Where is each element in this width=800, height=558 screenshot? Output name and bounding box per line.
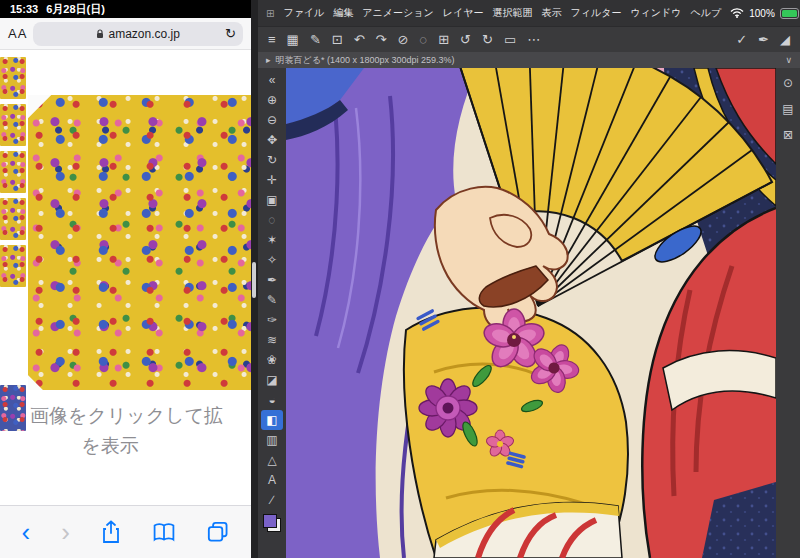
system-status-icons: 100% bbox=[730, 8, 800, 19]
tool-gradient-icon[interactable]: ▥ bbox=[261, 430, 283, 450]
tool-hand-icon[interactable]: ✥ bbox=[261, 130, 283, 150]
menu-help[interactable]: ヘルプ bbox=[691, 6, 722, 20]
command-bar: ≡ ▦ ✎ ⊡ ↶ ↷ ⊘ ◌ ⊞ ↺ ↻ ▭ ⋯ ✓ ✒ ◢ bbox=[258, 26, 800, 52]
safari-bottom-toolbar: ‹ › bbox=[0, 505, 251, 558]
document-tab-bar: ▸ 明装百どる* (1400 x 1800px 300dpi 259.3%) ∨ bbox=[258, 52, 800, 68]
main-color-swatch bbox=[263, 514, 277, 528]
product-thumbnail-6[interactable] bbox=[0, 385, 26, 431]
reload-button[interactable]: ↻ bbox=[225, 26, 236, 41]
menu-layer[interactable]: レイヤー bbox=[443, 6, 484, 20]
toolbar-file-icon[interactable]: ⊡ bbox=[332, 32, 343, 47]
tool-move-icon[interactable]: ✛ bbox=[261, 170, 283, 190]
status-time: 15:33 bbox=[10, 3, 38, 15]
app-grid-icon[interactable]: ⊞ bbox=[266, 8, 274, 19]
wifi-icon bbox=[730, 8, 744, 18]
product-image[interactable] bbox=[28, 95, 251, 390]
tool-figure-icon[interactable]: △ bbox=[261, 450, 283, 470]
menu-file[interactable]: ファイル bbox=[283, 6, 324, 20]
toolbar-deselect-icon[interactable]: ◌ bbox=[419, 32, 427, 47]
menu-edit[interactable]: 編集 bbox=[333, 6, 353, 20]
zoom-hint-line2: を表示 bbox=[30, 433, 190, 459]
tool-text-icon[interactable]: A bbox=[261, 470, 283, 490]
status-date: 6月28日(日) bbox=[46, 2, 105, 17]
tool-fill-icon[interactable]: ◧ bbox=[261, 410, 283, 430]
canvas[interactable] bbox=[286, 68, 776, 558]
zoom-hint-line1: 画像をクリックして拡 bbox=[30, 403, 251, 429]
ipad-screen: 15:33 6月28日(日) AA amazon.co.jp ↻ 画像をク bbox=[0, 0, 800, 558]
tool-zoom-out-icon[interactable]: ⊖ bbox=[261, 110, 283, 130]
toolbar-edit-icon[interactable]: ✎ bbox=[310, 32, 321, 47]
quick-search-icon[interactable]: ⊙ bbox=[783, 76, 793, 90]
tool-eyedropper-icon[interactable]: ✧ bbox=[261, 250, 283, 270]
menu-window[interactable]: ウィンドウ bbox=[630, 6, 681, 20]
product-thumbnail-3[interactable] bbox=[0, 151, 26, 193]
tool-auto-select-icon[interactable]: ✶ bbox=[261, 230, 283, 250]
product-page: 画像をクリックして拡 を表示 bbox=[0, 50, 251, 505]
battery-percent: 100% bbox=[749, 8, 775, 19]
tool-ruler-icon[interactable]: ∕ bbox=[261, 490, 283, 510]
tool-operation-icon[interactable]: ▣ bbox=[261, 190, 283, 210]
toolbar-rotate-left-icon[interactable]: ↺ bbox=[460, 32, 471, 47]
document-tab[interactable]: 明装百どる* (1400 x 1800px 300dpi 259.3%) bbox=[276, 54, 455, 67]
product-thumbnail-2[interactable] bbox=[0, 104, 26, 146]
tool-decoration-icon[interactable]: ❀ bbox=[261, 350, 283, 370]
safari-toolbar: AA amazon.co.jp ↻ bbox=[0, 18, 251, 50]
menu-selection[interactable]: 選択範囲 bbox=[492, 6, 532, 20]
address-text: amazon.co.jp bbox=[108, 27, 179, 41]
toolbar-pen-icon[interactable]: ✒ bbox=[758, 32, 769, 47]
clip-studio-pane: ⊞ ファイル 編集 アニメーション レイヤー 選択範囲 表示 フィルター ウィン… bbox=[258, 0, 800, 558]
tool-blend-icon[interactable]: ◒ bbox=[261, 390, 283, 410]
tabs-button[interactable] bbox=[207, 521, 229, 543]
menu-bar: ⊞ ファイル 編集 アニメーション レイヤー 選択範囲 表示 フィルター ウィン… bbox=[258, 0, 800, 26]
toolbar-selection-icon[interactable]: ▭ bbox=[504, 32, 516, 47]
reference-panel-icon[interactable]: ▤ bbox=[782, 102, 793, 116]
product-thumbnail-4[interactable] bbox=[0, 198, 26, 240]
tool-airbrush-icon[interactable]: ≋ bbox=[261, 330, 283, 350]
command-bar-right: ✓ ✒ ◢ bbox=[736, 32, 790, 47]
product-thumbnail-5[interactable] bbox=[0, 245, 26, 287]
toolbar-materials-icon[interactable]: ◢ bbox=[780, 32, 790, 47]
workspace: « ⊕ ⊖ ✥ ↻ ✛ ▣ ◌ ✶ ✧ ✒ ✎ ✑ ≋ ❀ ◪ ◒ ◧ ▥ △ bbox=[258, 68, 800, 558]
forward-button[interactable]: › bbox=[61, 519, 70, 545]
tool-zoom-in-icon[interactable]: ⊕ bbox=[261, 90, 283, 110]
tab-collapse-icon[interactable]: ∨ bbox=[785, 55, 792, 65]
canvas-artwork bbox=[286, 68, 776, 558]
reader-options-button[interactable]: AA bbox=[8, 26, 27, 41]
back-button[interactable]: ‹ bbox=[22, 519, 31, 545]
lock-icon bbox=[96, 29, 104, 39]
toolbar-rotate-right-icon[interactable]: ↻ bbox=[482, 32, 493, 47]
toolbar-workspace-icon[interactable]: ▦ bbox=[287, 32, 299, 47]
tab-prefix-icon: ▸ bbox=[266, 55, 271, 65]
tool-collapse-icon[interactable]: « bbox=[261, 70, 283, 90]
toolbar-clear-icon[interactable]: ⊘ bbox=[398, 32, 409, 47]
right-panel-bar: ⊙ ▤ ⊠ bbox=[776, 68, 800, 558]
tool-selection-icon[interactable]: ◌ bbox=[261, 210, 283, 230]
toolbar-menu-icon[interactable]: ≡ bbox=[268, 32, 276, 47]
subtool-panel-icon[interactable]: ⊠ bbox=[783, 128, 793, 142]
product-thumbnail-1[interactable] bbox=[0, 57, 26, 99]
bookmarks-icon[interactable] bbox=[152, 522, 176, 542]
toolbar-undo-icon[interactable]: ↶ bbox=[354, 32, 365, 47]
tool-eraser-icon[interactable]: ◪ bbox=[261, 370, 283, 390]
address-bar[interactable]: amazon.co.jp ↻ bbox=[33, 22, 243, 46]
color-swatch[interactable] bbox=[263, 514, 281, 532]
toolbar-grid-icon[interactable]: ⊞ bbox=[438, 32, 449, 47]
tool-brush-icon[interactable]: ✑ bbox=[261, 310, 283, 330]
battery-icon bbox=[780, 8, 800, 19]
toolbar-snap-icon[interactable]: ✓ bbox=[736, 32, 747, 47]
toolbar-more-icon[interactable]: ⋯ bbox=[527, 32, 540, 47]
tool-rotate-icon[interactable]: ↻ bbox=[261, 150, 283, 170]
tool-pen-icon[interactable]: ✒ bbox=[261, 270, 283, 290]
share-button[interactable] bbox=[101, 520, 121, 544]
safari-pane: AA amazon.co.jp ↻ 画像をクリックして拡 を表示 ‹ bbox=[0, 18, 251, 558]
tool-palette: « ⊕ ⊖ ✥ ↻ ✛ ▣ ◌ ✶ ✧ ✒ ✎ ✑ ≋ ❀ ◪ ◒ ◧ ▥ △ bbox=[258, 68, 286, 558]
menu-filter[interactable]: フィルター bbox=[570, 6, 621, 20]
menu-animation[interactable]: アニメーション bbox=[362, 6, 433, 20]
tool-pencil-icon[interactable]: ✎ bbox=[261, 290, 283, 310]
menu-view[interactable]: 表示 bbox=[541, 6, 561, 20]
split-view-handle[interactable] bbox=[252, 262, 256, 298]
status-bar: 15:33 6月28日(日) bbox=[0, 0, 258, 18]
toolbar-redo-icon[interactable]: ↷ bbox=[376, 32, 387, 47]
